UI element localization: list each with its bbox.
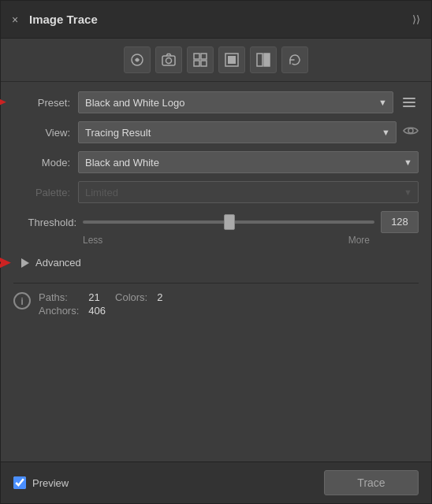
bottom-bar: Preview Trace xyxy=(1,461,431,503)
threshold-value[interactable]: 128 xyxy=(381,211,419,233)
advanced-label[interactable]: Advanced xyxy=(35,257,81,269)
mode-label: Mode: xyxy=(13,157,70,169)
view-select[interactable]: Tracing Result Outline Source Image Outl… xyxy=(78,121,397,143)
preview-checkbox-label[interactable]: Preview xyxy=(13,476,69,489)
toolbar-btn-split[interactable] xyxy=(250,46,277,73)
preset-menu-icon[interactable] xyxy=(400,94,419,110)
palette-label: Palette: xyxy=(13,187,70,198)
palette-row: Palette: Limited Full Document Library ▼ xyxy=(13,181,419,203)
collapse-icon[interactable]: ⟩⟩ xyxy=(412,13,420,25)
toolbar-btn-camera[interactable] xyxy=(155,46,182,73)
toolbar xyxy=(1,39,431,82)
paths-value: 21 xyxy=(88,291,106,303)
svg-point-2 xyxy=(166,58,172,64)
advanced-expand-icon[interactable] xyxy=(21,258,29,268)
threshold-slider[interactable] xyxy=(83,220,374,224)
advanced-row[interactable]: ➤ Advanced xyxy=(21,257,419,269)
svg-rect-9 xyxy=(257,54,263,66)
colors-label: Colors: xyxy=(115,291,147,303)
preset-row: ➤ Preset: Black and White Logo Color Gra… xyxy=(13,91,419,113)
toolbar-btn-outline[interactable] xyxy=(218,46,245,73)
view-eye-icon[interactable] xyxy=(403,125,419,139)
palette-select: Limited Full Document Library xyxy=(78,181,419,203)
threshold-top: Threshold: 128 xyxy=(13,211,419,233)
preset-label: Preset: xyxy=(13,97,70,109)
threshold-hints: Less More xyxy=(13,235,419,246)
svg-rect-5 xyxy=(194,61,199,66)
colors-value: 2 xyxy=(157,291,162,303)
title-bar: × Image Trace ⟩⟩ xyxy=(1,1,431,39)
svg-rect-10 xyxy=(264,54,270,66)
stats-section: i Paths: 21 Colors: 2 Anchors: 406 xyxy=(13,291,419,317)
preset-select[interactable]: Black and White Logo Color Grayscale Tec… xyxy=(78,91,393,113)
threshold-slider-container xyxy=(83,214,374,230)
image-trace-panel: × Image Trace ⟩⟩ xyxy=(0,0,432,504)
threshold-row: Threshold: 128 Less More xyxy=(13,211,419,252)
svg-rect-6 xyxy=(201,61,207,66)
view-row: View: Tracing Result Outline Source Imag… xyxy=(13,121,419,143)
preset-select-wrapper: Black and White Logo Color Grayscale Tec… xyxy=(78,91,393,113)
anchors-value: 406 xyxy=(88,305,106,317)
threshold-hint-more: More xyxy=(348,235,370,246)
mode-select-wrapper: Black and White Color Grayscale ▼ xyxy=(78,151,419,173)
divider xyxy=(13,283,419,284)
preview-checkbox[interactable] xyxy=(13,476,26,489)
anchors-label: Anchors: xyxy=(39,305,79,317)
trace-button[interactable]: Trace xyxy=(324,470,419,495)
mode-select[interactable]: Black and White Color Grayscale xyxy=(78,151,419,173)
close-button[interactable]: × xyxy=(12,14,23,25)
toolbar-btn-reset[interactable] xyxy=(281,46,308,73)
stats-grid: Paths: 21 Colors: 2 Anchors: 406 xyxy=(39,291,162,317)
mode-row: Mode: Black and White Color Grayscale ▼ xyxy=(13,151,419,173)
view-label: View: xyxy=(13,127,70,139)
preview-label: Preview xyxy=(32,477,69,489)
toolbar-btn-grid[interactable] xyxy=(187,46,214,73)
svg-rect-3 xyxy=(194,54,199,59)
info-icon[interactable]: i xyxy=(13,292,31,309)
threshold-hint-less: Less xyxy=(83,235,102,246)
threshold-label: Threshold: xyxy=(13,217,76,228)
palette-select-wrapper: Limited Full Document Library ▼ xyxy=(78,181,419,203)
view-select-wrapper: Tracing Result Outline Source Image Outl… xyxy=(78,121,397,143)
paths-label: Paths: xyxy=(39,291,79,303)
svg-rect-8 xyxy=(228,56,236,64)
title-bar-left: × Image Trace xyxy=(12,13,98,26)
svg-point-11 xyxy=(408,128,413,133)
svg-rect-4 xyxy=(201,54,207,59)
toolbar-btn-preset[interactable] xyxy=(124,46,151,73)
panel-title: Image Trace xyxy=(29,13,98,26)
content-area: ➤ Preset: Black and White Logo Color Gra… xyxy=(1,82,431,461)
